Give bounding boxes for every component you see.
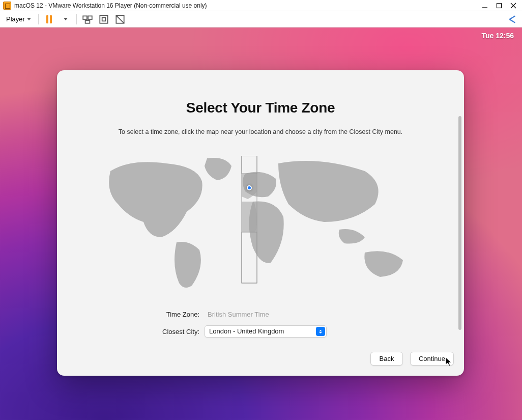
vmware-icon bbox=[3, 2, 11, 10]
timezone-highlight bbox=[242, 156, 257, 283]
timezone-label: Time Zone: bbox=[118, 311, 199, 318]
page-title: Select Your Time Zone bbox=[82, 100, 439, 116]
toolbar-divider bbox=[76, 14, 77, 24]
guest-screen[interactable]: Tue 12:56 Select Your Time Zone To selec… bbox=[0, 27, 522, 420]
svg-rect-6 bbox=[85, 20, 90, 23]
svg-rect-12 bbox=[242, 156, 257, 174]
window-titlebar: macOS 12 - VMware Workstation 16 Player … bbox=[0, 0, 522, 11]
fullscreen-button[interactable] bbox=[98, 14, 109, 25]
closest-city-label: Closest City: bbox=[118, 328, 199, 335]
window-minimize-button[interactable] bbox=[481, 2, 488, 9]
power-menu-button[interactable] bbox=[60, 14, 71, 25]
svg-rect-7 bbox=[100, 15, 107, 23]
svg-rect-5 bbox=[88, 16, 92, 19]
chevron-down-icon bbox=[64, 18, 68, 20]
window-maximize-button[interactable] bbox=[496, 2, 503, 9]
timezone-value: British Summer Time bbox=[205, 311, 403, 318]
menubar-clock: Tue 12:56 bbox=[481, 32, 514, 40]
svg-rect-4 bbox=[83, 16, 87, 19]
pause-vm-button[interactable] bbox=[44, 14, 55, 25]
setup-assistant-window: Select Your Time Zone To select a time z… bbox=[57, 70, 464, 376]
closest-city-value: London - United Kingdom bbox=[205, 325, 327, 338]
world-map[interactable] bbox=[100, 156, 421, 293]
player-menu-label: Player bbox=[6, 15, 25, 23]
send-ctrl-alt-del-button[interactable] bbox=[82, 14, 93, 25]
select-stepper-icon bbox=[316, 327, 325, 336]
svg-line-10 bbox=[116, 15, 124, 23]
svg-rect-1 bbox=[497, 3, 502, 8]
window-close-button[interactable] bbox=[510, 2, 517, 9]
cycle-displays-button[interactable] bbox=[507, 14, 518, 25]
map-location-pin bbox=[247, 185, 252, 190]
pause-icon bbox=[46, 15, 52, 23]
unity-mode-button[interactable] bbox=[114, 14, 126, 25]
closest-city-select[interactable]: London - United Kingdom bbox=[205, 325, 327, 338]
chevron-down-icon bbox=[27, 18, 31, 20]
page-subtitle: To select a time zone, click the map nea… bbox=[82, 128, 439, 135]
svg-rect-8 bbox=[102, 17, 106, 21]
window-title: macOS 12 - VMware Workstation 16 Player … bbox=[14, 2, 207, 9]
player-menu-button[interactable]: Player bbox=[4, 14, 33, 24]
back-button[interactable]: Back bbox=[370, 352, 403, 366]
continue-button[interactable]: Continue bbox=[410, 352, 454, 366]
toolbar-divider bbox=[38, 14, 39, 24]
vmware-toolbar: Player bbox=[0, 11, 522, 27]
